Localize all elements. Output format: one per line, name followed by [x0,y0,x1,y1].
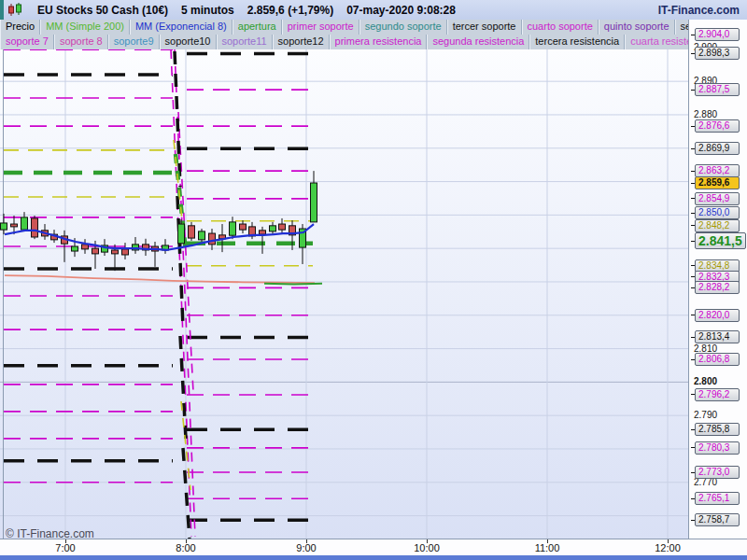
time-axis-label: 12:00 [655,542,681,553]
price-level-label: 2.869,9 [695,142,740,155]
price-label-row: 2.850,0 [691,207,740,219]
legend-item-apertura[interactable]: apertura [233,20,282,35]
legend-item-soporte-7[interactable]: soporte 7 [0,35,54,49]
candle [62,231,68,262]
price-level-label: 2.785,8 [695,423,740,436]
legend-item-soporte12[interactable]: soporte12 [273,35,330,49]
price-level-label: 2.876,6 [695,119,740,133]
titlebar: EU Stocks 50 Cash (10€) 5 minutos 2.859,… [0,0,747,21]
price-level-label: 2.773,0 [695,466,740,479]
candle [189,222,195,241]
price-label-row: 2.758,7 [691,514,740,526]
candle [122,243,129,259]
sma200-green-segment [264,284,322,285]
legend-item-soporte9[interactable]: soporte9 [108,35,160,49]
bottom-strip [0,555,747,560]
candle [11,216,18,234]
price-label-row: 2.820,0 [691,309,740,321]
timeframe: 5 minutos [181,4,234,17]
price-axis-tick: 2.880 [694,109,717,119]
candle [1,214,7,234]
candle [240,220,247,233]
level-transition-line [178,112,193,392]
time-axis-label: 9:00 [296,542,316,553]
legend-item-precio[interactable]: Precio [0,20,40,35]
legend-item-quinto-soporte[interactable]: quinto soporte [599,20,675,35]
candle [219,224,226,252]
legend-item-primera-resistencia[interactable]: primera resistencia [330,35,428,49]
level-transition-line [177,196,183,327]
chart-canvas[interactable] [0,0,747,560]
price-axis-tick: 2.810 [694,343,717,354]
time-axis-label: 10:00 [414,542,440,553]
price-label-row: 2.828,2 [691,282,740,294]
candle [92,241,99,269]
price-label-row: 2.876,6 [691,120,740,133]
price-level-label: 2.887,5 [695,83,740,96]
candle [51,230,58,243]
legend-item-segundo-soporte[interactable]: segundo soporte [359,20,447,35]
price-label-row: 2.773,0 [691,467,740,479]
legend-item-tercer-soporte[interactable]: tercer soporte [447,20,522,35]
candle [178,219,185,247]
level-transition-line [181,401,190,490]
brand-logo: IT-Finance.com [658,4,740,17]
price-label-row: 2.904,0 [691,29,740,41]
level-transition-line [174,140,184,238]
candle [152,242,159,267]
legend-item-cuarta-resistencia[interactable]: cuarta resistencia [625,35,688,49]
candle [42,224,49,240]
candle [209,229,216,250]
legend-item-sexto-soporte[interactable]: sexto soporte [675,20,688,35]
candle [260,227,266,254]
legend-item-mm-exponencial-8[interactable]: MM (Exponencial 8) [130,20,233,35]
price-level-label: 2.765,1 [695,492,740,505]
level-transition-line [175,51,180,187]
price-label-row: 2.863,2 [691,165,740,177]
price-label-row: 2.841,5 [691,235,746,247]
legend-item-segunda-resistencia[interactable]: segunda resistencia [427,35,529,49]
candle [82,239,89,254]
price-label-row: 2.796,2 [691,388,740,400]
price-level-label: 2.813,4 [695,330,740,343]
ema8-line [5,224,314,250]
price-scale: 2.9002.8902.8802.8102.8002.7902.7702.904… [688,20,747,555]
price-level-label: 2.828,2 [695,281,740,294]
candle [162,239,169,254]
price-label-row: 2.848,2 [691,219,740,231]
candle [112,245,119,271]
price-label-row: 2.806,8 [691,354,740,366]
price-label-row: 2.869,9 [691,143,740,155]
window-edge [0,0,4,20]
price-level-label: 2.850,0 [695,206,740,219]
time-axis-label: 8:00 [176,542,195,553]
level-transition-line [176,154,186,252]
legend-item-primer-soporte[interactable]: primer soporte [282,20,359,35]
candle [72,238,78,257]
datetime: 07-may-2020 9:08:28 [346,4,456,17]
legend-item-soporte10[interactable]: soporte10 [160,35,217,49]
price-level-label: 2.806,8 [695,353,740,366]
price-change: (+1,79%) [288,4,333,17]
price-level-label: 2.863,2 [695,164,740,177]
price-level-label: 2.758,7 [695,513,740,526]
open-price-label: 2.841,5 [695,232,746,249]
plot-background [0,49,688,539]
price-level-label: 2.820,0 [695,309,740,322]
candle [199,229,205,242]
legend-item-mm-simple-200[interactable]: MM (Simple 200) [40,20,130,35]
legend-item-tercera-resistencia[interactable]: tercera resistencia [529,35,625,49]
level-transition-line [183,448,190,539]
candle [133,237,139,254]
price-level-label: 2.854,9 [695,192,740,205]
candle [289,220,296,250]
legend-item-soporte11[interactable]: soporte11 [217,35,273,49]
legend-item-cuarto-soporte[interactable]: cuarto soporte [522,20,599,35]
price-label-row: 2.854,9 [691,192,740,204]
legend-item-soporte-8[interactable]: soporte 8 [54,35,108,49]
price-label-row: 2.898,3 [691,48,740,60]
price-label-row: 2.785,8 [691,424,740,436]
current-price-label: 2.859,6 [695,176,740,189]
level-transition-line [171,49,191,537]
candlestick-icon [7,3,24,17]
